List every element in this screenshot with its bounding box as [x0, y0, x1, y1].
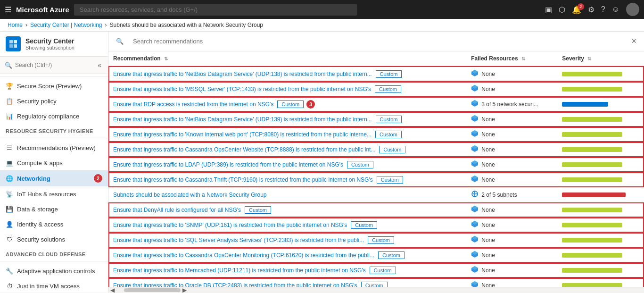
recommendation-cell[interactable]: Ensure that ingress traffic to Cassandra… — [108, 142, 466, 157]
custom-badge[interactable]: Custom — [370, 267, 396, 274]
table-row: Ensure that ingress traffic to LDAP (UDP… — [108, 157, 644, 172]
sidebar-item-recommendations[interactable]: ☰ Recommendations (Preview) — [0, 140, 108, 155]
recommendation-cell[interactable]: Subnets should be associated with a Netw… — [108, 187, 466, 202]
recommendation-text[interactable]: Ensure that ingress traffic to Cassandra… — [113, 146, 375, 153]
recommendation-cell[interactable]: Ensure that ingress traffic to 'NetBios … — [108, 112, 466, 127]
table-row: Ensure that DenyAll rule is configured f… — [108, 202, 644, 218]
resource-type-icon — [471, 281, 479, 287]
severity-bar — [562, 147, 622, 152]
sidebar-item-iot[interactable]: 📡 IoT Hubs & resources — [0, 186, 108, 201]
severity-bar — [562, 223, 622, 227]
recommendation-cell[interactable]: Ensure that ingress traffic to 'MSSQL Se… — [108, 82, 466, 97]
recommendation-cell[interactable]: Ensure that ingress traffic to Oracle DB… — [108, 278, 466, 287]
recommendation-text[interactable]: Ensure that RDP access is restricted fro… — [113, 101, 273, 108]
notifications-icon[interactable]: 🔔2 — [572, 5, 581, 14]
custom-badge[interactable]: Custom — [379, 146, 405, 153]
sidebar-item-compute[interactable]: 💻 Compute & apps — [0, 155, 108, 170]
breadcrumb-security-center[interactable]: Security Center | Networking — [30, 22, 102, 28]
horizontal-scrollbar[interactable]: ◀ ▶ — [108, 287, 644, 293]
custom-badge[interactable]: Custom — [351, 221, 377, 229]
sidebar-search-input[interactable] — [15, 62, 93, 68]
recommendations-search-input[interactable] — [128, 35, 317, 47]
recommendation-cell[interactable]: Ensure that ingress traffic to 'SNMP' (U… — [108, 218, 466, 233]
failed-resources-cell: None — [466, 112, 557, 127]
recommendation-text[interactable]: Ensure that ingress traffic to 'SQL Serv… — [113, 237, 364, 243]
recommendation-cell[interactable]: Ensure that ingress traffic to 'Known in… — [108, 127, 466, 142]
recommendation-cell[interactable]: Ensure that ingress traffic to Cassandra… — [108, 248, 466, 263]
regulatory-compliance-icon: 📊 — [6, 112, 13, 120]
recommendation-text[interactable]: Ensure that ingress traffic to LDAP (UDP… — [113, 161, 343, 168]
recommendation-cell[interactable]: Ensure that DenyAll rule is configured f… — [108, 202, 466, 218]
sidebar-item-security-policy[interactable]: 📋 Security policy — [0, 93, 108, 109]
sort-failed-icon[interactable]: ⇅ — [521, 56, 525, 61]
resource-type-icon — [471, 84, 479, 93]
table-row: Ensure that ingress traffic to 'NetBios … — [108, 112, 644, 127]
recommendation-text[interactable]: Ensure that ingress traffic to 'SNMP' (U… — [113, 222, 347, 228]
sort-recommendation-icon[interactable]: ⇅ — [164, 56, 168, 61]
recommendation-cell[interactable]: Ensure that ingress traffic to Cassandra… — [108, 172, 466, 187]
recommendation-text[interactable]: Ensure that ingress traffic to Cassandra… — [113, 176, 373, 183]
custom-badge[interactable]: Custom — [376, 116, 402, 123]
recommendation-text[interactable]: Ensure that ingress traffic to 'MSSQL Se… — [113, 86, 371, 92]
recommendation-text[interactable]: Ensure that ingress traffic to Memcached… — [113, 267, 366, 274]
custom-badge[interactable]: Custom — [277, 100, 304, 108]
recommendation-text[interactable]: Ensure that ingress traffic to 'NetBios … — [113, 71, 372, 77]
custom-badge[interactable]: Custom — [368, 236, 394, 244]
sidebar-item-regulatory-compliance[interactable]: 📊 Regulatory compliance — [0, 109, 108, 124]
search-input[interactable] — [74, 4, 357, 16]
close-button[interactable]: × — [631, 36, 636, 46]
custom-badge[interactable]: Custom — [375, 85, 401, 93]
global-search[interactable] — [74, 4, 357, 16]
sidebar-collapse-button[interactable]: « — [96, 60, 103, 70]
recommendation-cell[interactable]: Ensure that ingress traffic to Memcached… — [108, 263, 466, 278]
cloud-shell-icon[interactable]: ⬡ — [559, 5, 565, 14]
failed-resources-text: 3 of 5 network securi... — [481, 101, 538, 108]
custom-badge[interactable]: Custom — [245, 206, 271, 214]
sidebar-item-security-solutions[interactable]: 🛡 Security solutions — [0, 232, 108, 247]
recommendation-cell[interactable]: Ensure that ingress traffic to LDAP (UDP… — [108, 157, 466, 172]
scrollbar-thumb[interactable] — [124, 288, 181, 292]
sidebar-header: Security Center Showing subscription — [0, 32, 108, 57]
scroll-right-arrow[interactable]: ▶ — [182, 287, 187, 293]
hamburger-menu[interactable]: ☰ — [5, 5, 11, 14]
sidebar-item-data-storage[interactable]: 💾 Data & storage — [0, 201, 108, 217]
recommendation-text[interactable]: Ensure that ingress traffic to Oracle DB… — [113, 282, 357, 287]
recommendation-text[interactable]: Ensure that DenyAll rule is configured f… — [113, 207, 241, 213]
topbar-icons: ▣ ⬡ 🔔2 ⚙ ? ☺ — [545, 3, 639, 16]
jit-vm-icon: ⏱ — [6, 282, 13, 290]
sort-severity-icon[interactable]: ⇅ — [587, 56, 591, 61]
table-row: Ensure that ingress traffic to 'SQL Serv… — [108, 233, 644, 248]
avatar[interactable] — [626, 3, 639, 16]
recommendation-text[interactable]: Ensure that ingress traffic to 'Known in… — [113, 131, 372, 138]
custom-badge[interactable]: Custom — [376, 70, 402, 78]
app-logo: Microsoft Azure — [16, 6, 69, 14]
custom-badge[interactable]: Custom — [361, 282, 388, 287]
help-icon[interactable]: ? — [601, 5, 605, 14]
sidebar-item-adaptive-app[interactable]: 🔧 Adaptive application controls — [0, 263, 108, 278]
custom-badge[interactable]: Custom — [347, 161, 373, 168]
recommendation-text[interactable]: Ensure that ingress traffic to 'NetBios … — [113, 116, 372, 123]
severity-cell — [557, 218, 644, 233]
sidebar-item-networking[interactable]: 🌐 Networking 2 — [0, 170, 108, 186]
resource-type-icon — [471, 220, 479, 229]
recommendation-cell[interactable]: Ensure that ingress traffic to 'SQL Serv… — [108, 233, 466, 248]
custom-badge[interactable]: Custom — [378, 251, 405, 259]
sidebar-item-secure-score[interactable]: 🏆 Secure Score (Preview) — [0, 78, 108, 93]
recommendation-text[interactable]: Subnets should be associated with a Netw… — [113, 192, 267, 198]
recommendation-cell[interactable]: Ensure that RDP access is restricted fro… — [108, 97, 466, 112]
custom-badge[interactable]: Custom — [375, 131, 402, 138]
sidebar-item-label: Data & storage — [17, 206, 58, 213]
sidebar-item-identity[interactable]: 👤 Identity & access — [0, 217, 108, 232]
settings-icon[interactable]: ⚙ — [588, 5, 594, 14]
table-row: Ensure that RDP access is restricted fro… — [108, 97, 644, 112]
recommendation-cell[interactable]: Ensure that ingress traffic to 'NetBios … — [108, 66, 466, 82]
col-recommendation: Recommendation ⇅ — [108, 51, 466, 66]
recommendation-text[interactable]: Ensure that ingress traffic to Cassandra… — [113, 252, 374, 259]
section-advanced-cloud: ADVANCED CLOUD DEFENSE — [0, 247, 108, 259]
breadcrumb-home[interactable]: Home — [8, 22, 23, 28]
feedback-icon[interactable]: ☺ — [612, 5, 619, 14]
sidebar-item-jit-vm[interactable]: ⏱ Just in time VM access — [0, 278, 108, 293]
scroll-left-arrow[interactable]: ◀ — [110, 287, 115, 293]
console-icon[interactable]: ▣ — [545, 5, 552, 14]
custom-badge[interactable]: Custom — [377, 176, 403, 184]
